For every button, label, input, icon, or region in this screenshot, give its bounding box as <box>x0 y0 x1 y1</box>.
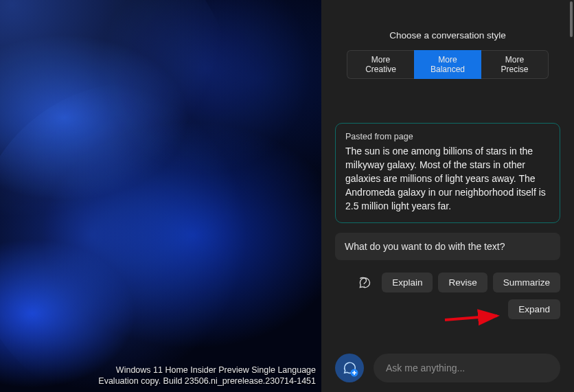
ask-input[interactable] <box>386 362 548 373</box>
action-label: Summarize <box>503 277 550 288</box>
desktop-wallpaper: Windows 11 Home Insider Preview Single L… <box>0 0 321 392</box>
style-label-top: More <box>505 55 524 65</box>
followup-prompt: What do you want to do with the text? <box>335 233 560 260</box>
watermark-line-1: Windows 11 Home Insider Preview Single L… <box>98 365 316 376</box>
action-summarize-button[interactable]: Summarize <box>493 273 560 292</box>
ask-input-wrap[interactable] <box>374 354 560 382</box>
panel-scrollbar[interactable] <box>570 1 573 37</box>
compose-row <box>335 354 560 382</box>
copilot-panel: Choose a conversation style More Creativ… <box>321 0 574 392</box>
style-label-bottom: Creative <box>365 65 396 74</box>
style-precise-button[interactable]: More Precise <box>481 50 549 79</box>
style-balanced-button[interactable]: More Balanced <box>414 50 481 79</box>
action-expand-button[interactable]: Expand <box>508 299 560 319</box>
action-label: Expand <box>518 304 550 314</box>
conversation-style-group: More Creative More Balanced More Precise <box>335 50 560 79</box>
desktop-watermark: Windows 11 Home Insider Preview Single L… <box>98 365 316 387</box>
screenshot-root: Windows 11 Home Insider Preview Single L… <box>0 0 574 392</box>
action-label: Explain <box>392 277 422 288</box>
style-label-bottom: Precise <box>501 65 528 74</box>
suggested-actions-row-1: Explain Revise Summarize <box>335 273 560 292</box>
style-label-top: More <box>371 55 390 65</box>
svg-point-0 <box>364 286 365 287</box>
pasted-header: Pasted from page <box>345 132 550 141</box>
action-label: Revise <box>448 277 477 288</box>
action-revise-button[interactable]: Revise <box>438 273 487 292</box>
pasted-body: The sun is one among billions of stars i… <box>345 144 550 213</box>
new-topic-button[interactable] <box>335 354 364 382</box>
help-icon[interactable] <box>357 275 372 290</box>
conversation-style-heading: Choose a conversation style <box>335 30 560 41</box>
watermark-line-2: Evaluation copy. Build 23506.ni_prerelea… <box>98 376 316 387</box>
suggested-actions-row-2: Expand <box>335 299 560 319</box>
style-label-top: More <box>438 55 457 65</box>
pasted-text-card: Pasted from page The sun is one among bi… <box>335 123 560 223</box>
action-explain-button[interactable]: Explain <box>382 273 433 292</box>
style-creative-button[interactable]: More Creative <box>347 50 414 79</box>
style-label-bottom: Balanced <box>430 65 465 74</box>
